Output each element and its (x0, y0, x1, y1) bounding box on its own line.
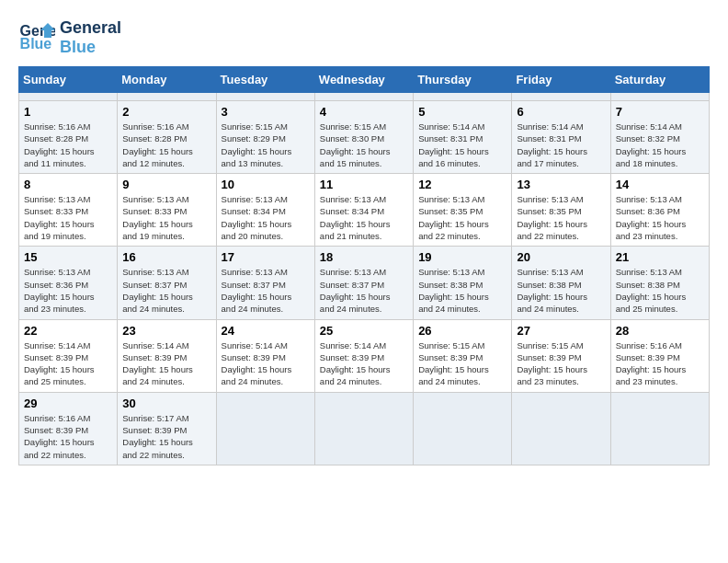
calendar-week-row: 8Sunrise: 5:13 AM Sunset: 8:33 PM Daylig… (19, 174, 710, 247)
day-number: 9 (122, 178, 210, 191)
calendar-cell (610, 93, 709, 101)
day-number: 22 (24, 324, 112, 338)
day-number: 14 (616, 178, 704, 191)
calendar-cell: 6Sunrise: 5:14 AM Sunset: 8:31 PM Daylig… (512, 101, 610, 174)
day-number: 18 (320, 250, 408, 264)
day-info: Sunrise: 5:14 AM Sunset: 8:39 PM Dayligh… (24, 339, 112, 388)
calendar-cell: 21Sunrise: 5:13 AM Sunset: 8:38 PM Dayli… (610, 247, 709, 319)
calendar-cell: 3Sunrise: 5:15 AM Sunset: 8:29 PM Daylig… (216, 101, 314, 174)
day-info: Sunrise: 5:13 AM Sunset: 8:38 PM Dayligh… (616, 266, 704, 315)
calendar-cell (118, 93, 216, 101)
calendar-cell: 1Sunrise: 5:16 AM Sunset: 8:28 PM Daylig… (19, 101, 118, 174)
day-number: 12 (418, 178, 506, 191)
col-header-wednesday: Wednesday (314, 67, 413, 93)
day-number: 25 (320, 324, 408, 338)
day-number: 19 (418, 250, 506, 264)
day-number: 20 (517, 250, 605, 264)
day-number: 6 (517, 105, 605, 119)
day-number: 13 (517, 178, 605, 191)
svg-text:Blue: Blue (20, 36, 52, 52)
day-info: Sunrise: 5:14 AM Sunset: 8:32 PM Dayligh… (616, 121, 704, 169)
calendar-week-row: 15Sunrise: 5:13 AM Sunset: 8:36 PM Dayli… (19, 247, 710, 319)
calendar-cell: 10Sunrise: 5:13 AM Sunset: 8:34 PM Dayli… (216, 174, 314, 247)
day-info: Sunrise: 5:14 AM Sunset: 8:39 PM Dayligh… (222, 339, 310, 388)
day-info: Sunrise: 5:13 AM Sunset: 8:34 PM Dayligh… (222, 193, 310, 242)
logo-icon: General Blue (18, 19, 55, 56)
day-number: 1 (24, 105, 112, 119)
day-info: Sunrise: 5:13 AM Sunset: 8:37 PM Dayligh… (122, 266, 210, 315)
col-header-saturday: Saturday (610, 67, 709, 93)
day-info: Sunrise: 5:15 AM Sunset: 8:39 PM Dayligh… (517, 339, 605, 388)
logo-blue: Blue (60, 38, 121, 57)
day-info: Sunrise: 5:14 AM Sunset: 8:39 PM Dayligh… (122, 339, 210, 388)
day-number: 29 (24, 396, 112, 410)
calendar-cell (19, 93, 118, 101)
day-number: 24 (222, 324, 310, 338)
calendar-cell: 8Sunrise: 5:13 AM Sunset: 8:33 PM Daylig… (19, 174, 118, 247)
calendar-cell (216, 392, 314, 465)
day-info: Sunrise: 5:13 AM Sunset: 8:36 PM Dayligh… (616, 193, 704, 242)
page-header: General Blue General Blue (18, 18, 710, 57)
day-info: Sunrise: 5:15 AM Sunset: 8:29 PM Dayligh… (222, 121, 310, 169)
day-number: 21 (616, 250, 704, 264)
day-info: Sunrise: 5:13 AM Sunset: 8:38 PM Dayligh… (418, 266, 506, 315)
day-info: Sunrise: 5:16 AM Sunset: 8:39 PM Dayligh… (24, 412, 112, 461)
day-number: 7 (616, 105, 704, 119)
calendar-week-row: 1Sunrise: 5:16 AM Sunset: 8:28 PM Daylig… (19, 101, 710, 174)
col-header-sunday: Sunday (19, 67, 118, 93)
day-info: Sunrise: 5:13 AM Sunset: 8:33 PM Dayligh… (24, 193, 112, 242)
calendar-cell (314, 392, 413, 465)
day-info: Sunrise: 5:16 AM Sunset: 8:28 PM Dayligh… (122, 121, 210, 169)
day-number: 30 (122, 396, 210, 410)
day-number: 5 (418, 105, 506, 119)
day-number: 28 (616, 324, 704, 338)
calendar-cell: 27Sunrise: 5:15 AM Sunset: 8:39 PM Dayli… (512, 319, 610, 392)
day-info: Sunrise: 5:14 AM Sunset: 8:31 PM Dayligh… (418, 121, 506, 169)
day-info: Sunrise: 5:13 AM Sunset: 8:35 PM Dayligh… (517, 193, 605, 242)
calendar-cell: 15Sunrise: 5:13 AM Sunset: 8:36 PM Dayli… (19, 247, 118, 319)
calendar-cell (610, 392, 709, 465)
day-info: Sunrise: 5:13 AM Sunset: 8:35 PM Dayligh… (418, 193, 506, 242)
calendar-cell: 7Sunrise: 5:14 AM Sunset: 8:32 PM Daylig… (610, 101, 709, 174)
day-number: 11 (320, 178, 408, 191)
calendar-cell: 26Sunrise: 5:15 AM Sunset: 8:39 PM Dayli… (414, 319, 512, 392)
day-info: Sunrise: 5:14 AM Sunset: 8:39 PM Dayligh… (320, 339, 408, 388)
col-header-thursday: Thursday (414, 67, 512, 93)
calendar-week-row (19, 93, 710, 101)
calendar-cell: 2Sunrise: 5:16 AM Sunset: 8:28 PM Daylig… (118, 101, 216, 174)
day-info: Sunrise: 5:13 AM Sunset: 8:38 PM Dayligh… (517, 266, 605, 315)
day-info: Sunrise: 5:16 AM Sunset: 8:28 PM Dayligh… (24, 121, 112, 169)
calendar-week-row: 29Sunrise: 5:16 AM Sunset: 8:39 PM Dayli… (19, 392, 710, 465)
calendar-week-row: 22Sunrise: 5:14 AM Sunset: 8:39 PM Dayli… (19, 319, 710, 392)
calendar-cell: 9Sunrise: 5:13 AM Sunset: 8:33 PM Daylig… (118, 174, 216, 247)
calendar-cell: 5Sunrise: 5:14 AM Sunset: 8:31 PM Daylig… (414, 101, 512, 174)
col-header-friday: Friday (512, 67, 610, 93)
calendar-cell: 29Sunrise: 5:16 AM Sunset: 8:39 PM Dayli… (19, 392, 118, 465)
day-number: 26 (418, 324, 506, 338)
calendar-cell: 14Sunrise: 5:13 AM Sunset: 8:36 PM Dayli… (610, 174, 709, 247)
calendar-cell (512, 392, 610, 465)
calendar-cell: 17Sunrise: 5:13 AM Sunset: 8:37 PM Dayli… (216, 247, 314, 319)
calendar-cell: 22Sunrise: 5:14 AM Sunset: 8:39 PM Dayli… (19, 319, 118, 392)
day-info: Sunrise: 5:15 AM Sunset: 8:39 PM Dayligh… (418, 339, 506, 388)
calendar-table: SundayMondayTuesdayWednesdayThursdayFrid… (18, 66, 710, 465)
col-header-tuesday: Tuesday (216, 67, 314, 93)
day-number: 27 (517, 324, 605, 338)
day-info: Sunrise: 5:13 AM Sunset: 8:34 PM Dayligh… (320, 193, 408, 242)
day-number: 8 (24, 178, 112, 191)
day-info: Sunrise: 5:17 AM Sunset: 8:39 PM Dayligh… (122, 412, 210, 461)
calendar-cell: 16Sunrise: 5:13 AM Sunset: 8:37 PM Dayli… (118, 247, 216, 319)
calendar-cell: 28Sunrise: 5:16 AM Sunset: 8:39 PM Dayli… (610, 319, 709, 392)
col-header-monday: Monday (118, 67, 216, 93)
day-info: Sunrise: 5:13 AM Sunset: 8:37 PM Dayligh… (222, 266, 310, 315)
day-number: 2 (122, 105, 210, 119)
calendar-cell: 23Sunrise: 5:14 AM Sunset: 8:39 PM Dayli… (118, 319, 216, 392)
calendar-cell: 13Sunrise: 5:13 AM Sunset: 8:35 PM Dayli… (512, 174, 610, 247)
day-number: 23 (122, 324, 210, 338)
calendar-cell: 4Sunrise: 5:15 AM Sunset: 8:30 PM Daylig… (314, 101, 413, 174)
logo: General Blue General Blue (18, 18, 121, 57)
day-info: Sunrise: 5:14 AM Sunset: 8:31 PM Dayligh… (517, 121, 605, 169)
calendar-cell: 18Sunrise: 5:13 AM Sunset: 8:37 PM Dayli… (314, 247, 413, 319)
day-number: 16 (122, 250, 210, 264)
calendar-cell (414, 93, 512, 101)
